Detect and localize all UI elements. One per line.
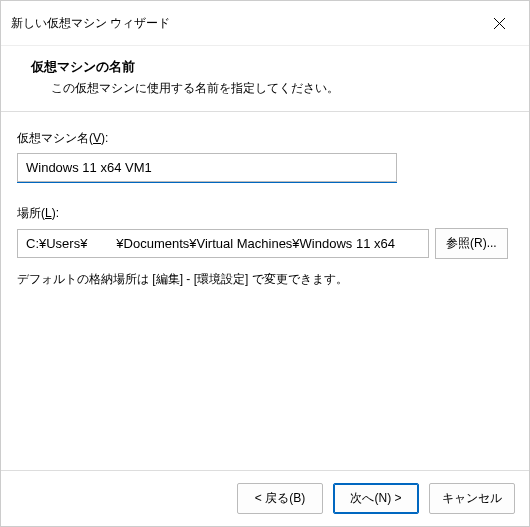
footer: < 戻る(B) 次へ(N) > キャンセル bbox=[1, 470, 529, 526]
content-area: 仮想マシン名(V): 場所(L): 参照(R)... デフォルトの格納場所は [… bbox=[1, 112, 529, 470]
header-subtitle: この仮想マシンに使用する名前を指定してください。 bbox=[51, 80, 509, 97]
next-button[interactable]: 次へ(N) > bbox=[333, 483, 419, 514]
vm-name-label: 仮想マシン名(V): bbox=[17, 130, 513, 147]
location-input[interactable] bbox=[17, 229, 429, 258]
vm-name-input[interactable] bbox=[17, 153, 397, 182]
titlebar: 新しい仮想マシン ウィザード bbox=[1, 1, 529, 46]
wizard-header: 仮想マシンの名前 この仮想マシンに使用する名前を指定してください。 bbox=[1, 46, 529, 112]
location-label: 場所(L): bbox=[17, 205, 513, 222]
header-title: 仮想マシンの名前 bbox=[31, 58, 509, 76]
cancel-button[interactable]: キャンセル bbox=[429, 483, 515, 514]
window-title: 新しい仮想マシン ウィザード bbox=[11, 15, 170, 32]
location-hint: デフォルトの格納場所は [編集] - [環境設定] で変更できます。 bbox=[17, 271, 513, 288]
close-icon bbox=[494, 18, 505, 29]
browse-button[interactable]: 参照(R)... bbox=[435, 228, 508, 259]
close-button[interactable] bbox=[481, 9, 517, 37]
back-button[interactable]: < 戻る(B) bbox=[237, 483, 323, 514]
